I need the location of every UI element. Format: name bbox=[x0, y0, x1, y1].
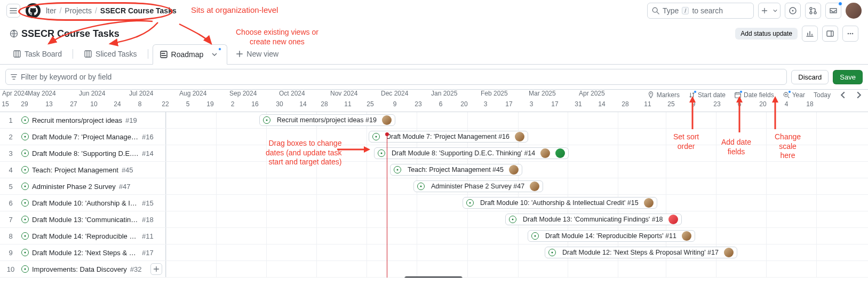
day-label: 25 bbox=[667, 100, 674, 108]
assignee-avatar[interactable] bbox=[644, 198, 654, 208]
filter-input[interactable]: Filter by keyword or by field bbox=[5, 69, 787, 85]
timeline-bar[interactable]: Draft Module 12: 'Next Steps & Proposal … bbox=[545, 247, 737, 258]
hamburger-menu[interactable] bbox=[6, 4, 20, 18]
assignee-avatar[interactable] bbox=[530, 182, 539, 191]
github-logo[interactable] bbox=[26, 3, 41, 18]
table-row[interactable]: 2 Draft Module 7: 'Project Management #1… bbox=[0, 129, 868, 145]
save-button[interactable]: Save bbox=[833, 70, 863, 84]
sort-control[interactable]: Start date bbox=[688, 91, 726, 99]
row-title[interactable]: Administer Phase 2 Survey bbox=[32, 183, 116, 191]
markers-control[interactable]: Markers bbox=[647, 91, 680, 99]
assignee-avatar[interactable] bbox=[668, 215, 678, 224]
project-title: SSECR Course Tasks bbox=[10, 28, 120, 40]
tab-task-board[interactable]: Task Board bbox=[6, 44, 68, 64]
assignee-avatar[interactable] bbox=[515, 132, 524, 141]
tab-roadmap[interactable]: Roadmap bbox=[153, 44, 228, 65]
table-row[interactable]: 3 Draft Module 8: 'Supporting D.E.C. Thi… bbox=[0, 145, 868, 162]
breadcrumb-org[interactable]: lter bbox=[46, 6, 56, 15]
issues-button[interactable] bbox=[785, 3, 801, 19]
tab-sliced[interactable]: Sliced Tasks bbox=[77, 44, 144, 64]
row-issue-number: #14 bbox=[142, 149, 154, 157]
day-label: 18 bbox=[806, 100, 813, 108]
day-label: 24 bbox=[114, 100, 121, 108]
user-avatar[interactable] bbox=[846, 3, 862, 19]
timeline-bar[interactable]: Draft Module 13: 'Communicating Findings… bbox=[505, 214, 682, 225]
discard-button[interactable]: Discard bbox=[791, 70, 829, 84]
table-row[interactable]: 10 Improvements: Data Discovery #32 bbox=[0, 261, 868, 278]
assignee-avatar[interactable] bbox=[540, 148, 550, 158]
timeline-bar[interactable]: Teach: Project Management #45 bbox=[390, 164, 522, 176]
more-button[interactable] bbox=[842, 26, 858, 42]
zoom-control[interactable]: Year bbox=[783, 91, 805, 99]
notifications-button[interactable] bbox=[825, 3, 841, 19]
day-label: 4 bbox=[785, 100, 789, 108]
row-issue-number: #19 bbox=[125, 116, 137, 124]
insights-button[interactable] bbox=[802, 26, 818, 42]
row-title[interactable]: Recruit mentors/project ideas bbox=[32, 116, 122, 124]
timeline-bar[interactable]: Draft Module 10: 'Authorship & Intellect… bbox=[463, 197, 657, 209]
row-number: 5 bbox=[0, 183, 21, 191]
table-row[interactable]: 7 Draft Module 13: 'Communicating Findin… bbox=[0, 211, 868, 228]
inbox-icon bbox=[829, 6, 838, 15]
assignee-avatar[interactable] bbox=[555, 148, 565, 158]
row-title[interactable]: Draft Module 10: 'Authorship & Intellect… bbox=[32, 199, 139, 207]
month-label: Feb 2025 bbox=[481, 90, 508, 97]
timeline-bar[interactable]: Recruit mentors/project ideas #19 bbox=[259, 114, 395, 126]
tab-menu-button[interactable] bbox=[209, 49, 220, 60]
table-row[interactable]: 6 Draft Module 10: 'Authorship & Intelle… bbox=[0, 195, 868, 211]
day-label: 17 bbox=[551, 100, 558, 108]
issue-open-icon bbox=[378, 149, 385, 157]
timeline-bar[interactable]: Administer Phase 2 Survey #47 bbox=[413, 180, 543, 192]
table-row[interactable]: 4 Teach: Project Management #45Teach: Pr… bbox=[0, 162, 868, 178]
assignee-avatar[interactable] bbox=[509, 165, 519, 175]
day-label: 3 bbox=[530, 100, 533, 108]
add-status-button[interactable]: Add status update bbox=[735, 28, 798, 40]
breadcrumb-current[interactable]: SSECR Course Tasks bbox=[100, 6, 177, 15]
scroll-right[interactable] bbox=[855, 91, 863, 99]
create-new-button[interactable] bbox=[758, 3, 781, 19]
day-label: 31 bbox=[575, 100, 582, 108]
pull-requests-button[interactable] bbox=[805, 3, 821, 19]
bar-label: Teach: Project Management #45 bbox=[408, 166, 504, 173]
table-row[interactable]: 9 Draft Module 12: 'Next Steps & Proposa… bbox=[0, 244, 868, 261]
date-fields-control[interactable]: Date fields bbox=[734, 91, 774, 99]
svg-rect-11 bbox=[14, 51, 20, 57]
roadmap-rows: 1 Recruit mentors/project ideas #19Recru… bbox=[0, 112, 868, 278]
plus-icon bbox=[761, 7, 768, 14]
assignee-avatar[interactable] bbox=[682, 231, 691, 241]
day-label: 29 bbox=[21, 100, 28, 108]
breadcrumb-projects[interactable]: Projects bbox=[65, 6, 92, 15]
global-search[interactable]: Type / to search bbox=[647, 3, 754, 19]
assignee-avatar[interactable] bbox=[382, 115, 392, 125]
table-row[interactable]: 1 Recruit mentors/project ideas #19Recru… bbox=[0, 112, 868, 129]
scroll-left[interactable] bbox=[839, 91, 847, 99]
bar-label: Administer Phase 2 Survey #47 bbox=[431, 183, 524, 190]
filter-icon bbox=[10, 73, 18, 81]
row-title[interactable]: Draft Module 12: 'Next Steps & Proposal.… bbox=[32, 249, 139, 257]
row-title[interactable]: Draft Module 8: 'Supporting D.E.C. Thin.… bbox=[32, 149, 139, 157]
new-view-button[interactable]: New view bbox=[229, 44, 285, 64]
row-number: 3 bbox=[0, 149, 21, 157]
panel-button[interactable] bbox=[822, 26, 838, 42]
day-label: 27 bbox=[70, 100, 77, 108]
tab-label: Roadmap bbox=[171, 50, 204, 59]
month-label: Apr 2025 bbox=[579, 90, 605, 97]
row-title[interactable]: Draft Module 7: 'Project Management bbox=[32, 133, 139, 141]
table-row[interactable]: 5 Administer Phase 2 Survey #47Administe… bbox=[0, 178, 868, 195]
row-title[interactable]: Teach: Project Management bbox=[32, 166, 118, 174]
timeline-bar[interactable]: Draft Module 8: 'Supporting D.E.C. Think… bbox=[374, 147, 569, 159]
timeline-bar[interactable]: Draft Module 7: 'Project Management #16 bbox=[369, 131, 528, 143]
row-title[interactable]: Improvements: Data Discovery bbox=[32, 265, 127, 273]
search-icon bbox=[652, 7, 659, 14]
table-row[interactable]: 8 Draft Module 14: 'Reproducible Reports… bbox=[0, 228, 868, 244]
row-title[interactable]: Draft Module 13: 'Communicating Findin..… bbox=[32, 216, 139, 224]
row-number: 8 bbox=[0, 232, 21, 240]
row-title[interactable]: Draft Module 14: 'Reproducible Reports' bbox=[32, 232, 139, 240]
row-issue-number: #15 bbox=[142, 199, 154, 207]
svg-rect-13 bbox=[161, 51, 167, 58]
add-item-button[interactable] bbox=[150, 263, 162, 275]
timeline-bar[interactable]: Draft Module 14: 'Reproducible Reports' … bbox=[528, 230, 695, 242]
assignee-avatar[interactable] bbox=[724, 248, 734, 257]
day-label: 22 bbox=[162, 100, 169, 108]
today-button[interactable]: Today bbox=[814, 91, 831, 99]
